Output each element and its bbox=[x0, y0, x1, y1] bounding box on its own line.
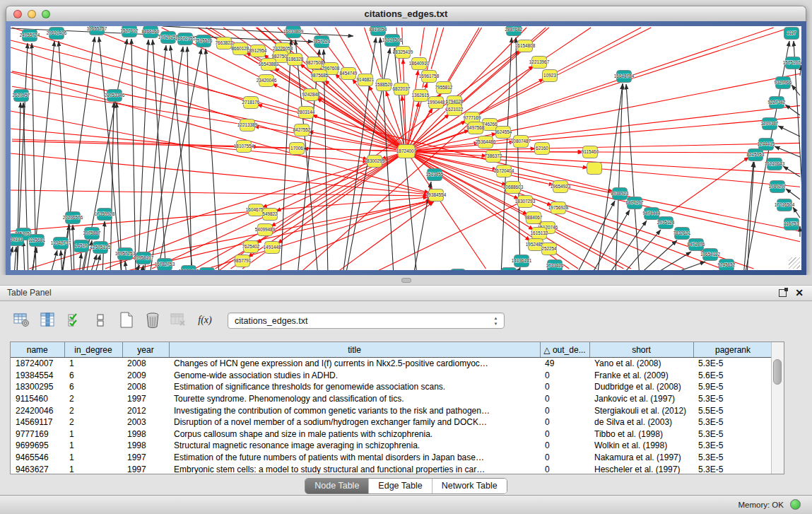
graph-node[interactable]: 8186328 bbox=[286, 54, 304, 66]
graph-node[interactable] bbox=[451, 269, 466, 271]
table-options-icon[interactable] bbox=[13, 312, 31, 329]
graph-node[interactable]: 9242848 bbox=[302, 89, 320, 101]
graph-node[interactable]: 10688603 bbox=[503, 182, 524, 194]
graph-node[interactable]: 39133 bbox=[11, 234, 24, 246]
graph-node[interactable]: 1115681 bbox=[28, 235, 45, 247]
graph-node[interactable]: 1990448 bbox=[428, 97, 445, 109]
graph-node[interactable]: 8427552 bbox=[293, 124, 311, 136]
graph-node[interactable]: 1733426 bbox=[546, 260, 564, 271]
graph-node[interactable]: 7832621 bbox=[673, 228, 691, 240]
graph-node[interactable]: 16782753 bbox=[155, 259, 175, 271]
graph-node[interactable]: 7386372 bbox=[485, 151, 502, 163]
graph-node[interactable]: 8938923 bbox=[611, 188, 629, 200]
graph-node[interactable]: 23420046 bbox=[257, 75, 277, 87]
graph-node[interactable]: 18300295 bbox=[365, 156, 385, 168]
graph-node[interactable]: 2803144 bbox=[298, 107, 315, 119]
graph-node[interactable]: 1527602 bbox=[121, 26, 139, 37]
graph-node[interactable]: 6822037 bbox=[393, 83, 411, 95]
graph-node[interactable]: 17359928 bbox=[95, 209, 115, 221]
hub-node[interactable]: 18724007 bbox=[396, 145, 417, 158]
graph-node[interactable]: 12923448 bbox=[179, 266, 199, 271]
table-row[interactable]: 1872400712008Changes of HCN gene express… bbox=[11, 358, 772, 370]
graph-node[interactable]: 1244415 bbox=[758, 139, 775, 151]
graph-node[interactable]: 3624554 bbox=[495, 127, 512, 139]
graph-node[interactable]: 116753 bbox=[784, 218, 799, 230]
tab-edge-table[interactable]: Edge Table bbox=[368, 479, 431, 493]
select-column-icon[interactable] bbox=[39, 312, 57, 329]
float-panel-icon[interactable] bbox=[779, 289, 787, 297]
graph-node[interactable]: 12505135 bbox=[90, 242, 111, 254]
graph-node[interactable]: 549822 bbox=[262, 209, 278, 221]
close-panel-icon[interactable]: ✕ bbox=[795, 288, 804, 298]
graph-node[interactable]: 8660128 bbox=[232, 43, 249, 55]
graph-node[interactable]: 9227342 bbox=[768, 97, 786, 109]
table-row[interactable]: 911546021997Tourette syndrome. Phenomeno… bbox=[11, 393, 772, 405]
graph-node[interactable]: 9857791 bbox=[234, 255, 252, 267]
graph-node[interactable]: 9329966 bbox=[775, 77, 792, 89]
graph-node[interactable]: 13942737 bbox=[51, 238, 71, 250]
graph-node[interactable]: 2887682 bbox=[505, 26, 523, 36]
panel-splitter[interactable] bbox=[0, 275, 812, 285]
graph-node[interactable]: 14671355 bbox=[175, 33, 196, 45]
network-window-titlebar[interactable]: citations_edges.txt bbox=[6, 6, 806, 23]
apply-to-selection-icon[interactable] bbox=[65, 312, 83, 329]
graph-node[interactable]: 20206576 bbox=[63, 212, 83, 224]
table-row[interactable]: 969969511998Structural magnetic resonanc… bbox=[11, 440, 772, 452]
citation-graph[interactable]: 2405572420691406106552571527602846616010… bbox=[11, 26, 801, 270]
graph-node[interactable]: 19654923 bbox=[551, 181, 571, 193]
table-row[interactable]: 946362711997Embryonic stem cells: a mode… bbox=[11, 463, 772, 474]
row-height-icon[interactable] bbox=[91, 312, 110, 329]
graph-node[interactable]: 16648784 bbox=[614, 71, 635, 83]
table-row[interactable]: 946554611997Estimation of the future num… bbox=[11, 452, 772, 464]
graph-node[interactable] bbox=[502, 268, 517, 271]
graph-node[interactable]: 1117 bbox=[784, 28, 799, 40]
graph-node[interactable]: 8471876 bbox=[688, 239, 705, 251]
tab-network-table[interactable]: Network Table bbox=[432, 479, 507, 493]
graph-node[interactable]: 2935114 bbox=[657, 217, 675, 229]
column-header-title[interactable]: title bbox=[169, 342, 540, 358]
column-header-pagerank[interactable]: pagerank bbox=[693, 342, 772, 358]
graph-node[interactable]: 8466160 bbox=[142, 26, 160, 38]
graph-node[interactable]: 16033809 bbox=[283, 26, 304, 38]
graph-node[interactable]: 16154808 bbox=[515, 40, 536, 52]
graph-node[interactable]: 12213967 bbox=[529, 57, 550, 69]
graph-node[interactable]: 7955812 bbox=[435, 82, 453, 94]
graph-node[interactable]: 10958107 bbox=[134, 252, 154, 264]
graph-node[interactable]: 7857224 bbox=[313, 36, 331, 48]
table-row[interactable]: 1938455462009Genome-wide association stu… bbox=[11, 370, 772, 382]
graph-node[interactable]: 3975887 bbox=[83, 228, 101, 240]
graph-node[interactable]: 1621022 bbox=[446, 104, 464, 116]
graph-node[interactable]: 252254 bbox=[541, 243, 557, 255]
graph-node[interactable]: 20691406 bbox=[47, 28, 67, 40]
column-header-in_degree[interactable]: in_degree bbox=[64, 342, 122, 358]
column-header-name[interactable]: name bbox=[11, 342, 64, 358]
graph-node[interactable]: 10807487 bbox=[511, 136, 531, 148]
graph-node[interactable]: 54099489 bbox=[255, 224, 276, 236]
graph-node[interactable]: 16720404 bbox=[494, 165, 514, 177]
graph-node[interactable]: 7515526 bbox=[195, 35, 213, 47]
graph-node[interactable]: 1615132 bbox=[531, 228, 548, 240]
column-header-year[interactable]: year bbox=[122, 342, 169, 358]
graph-node[interactable]: 6497568 bbox=[467, 122, 485, 134]
table-selector-dropdown[interactable]: citations_edges.txt ▲▼ bbox=[228, 313, 505, 329]
graph-node[interactable]: 15751074 bbox=[783, 57, 801, 69]
column-header-out_de[interactable]: △ out_de... bbox=[540, 342, 589, 358]
graph-node[interactable]: 14519 bbox=[74, 240, 89, 252]
create-table-icon[interactable] bbox=[117, 312, 136, 329]
graph-node[interactable]: 19756928 bbox=[548, 202, 569, 214]
graph-node[interactable]: 1513455 bbox=[426, 169, 444, 181]
graph-node[interactable]: 7625402 bbox=[242, 241, 260, 253]
graph-node[interactable]: 1989297 bbox=[769, 181, 787, 193]
table-row[interactable]: 1456911722003Disruption of a novel membe… bbox=[11, 416, 772, 428]
graph-node[interactable]: 16210643 bbox=[765, 158, 785, 170]
graph-node[interactable]: 9884067 bbox=[525, 212, 543, 224]
table-row[interactable]: 2242004622012Investigating the contribut… bbox=[11, 404, 772, 416]
graph-node[interactable]: 18307293 bbox=[515, 196, 536, 208]
graph-node[interactable]: 10923 bbox=[543, 70, 558, 82]
graph-node[interactable]: 746266 bbox=[482, 119, 498, 131]
graph-node[interactable]: 9827508 bbox=[306, 57, 324, 69]
graph-node[interactable]: 8912954 bbox=[249, 45, 267, 57]
graph-node[interactable]: 16543882 bbox=[259, 59, 279, 71]
delete-entries-icon[interactable] bbox=[143, 312, 162, 329]
graph-node[interactable]: 1209387 bbox=[761, 118, 779, 130]
